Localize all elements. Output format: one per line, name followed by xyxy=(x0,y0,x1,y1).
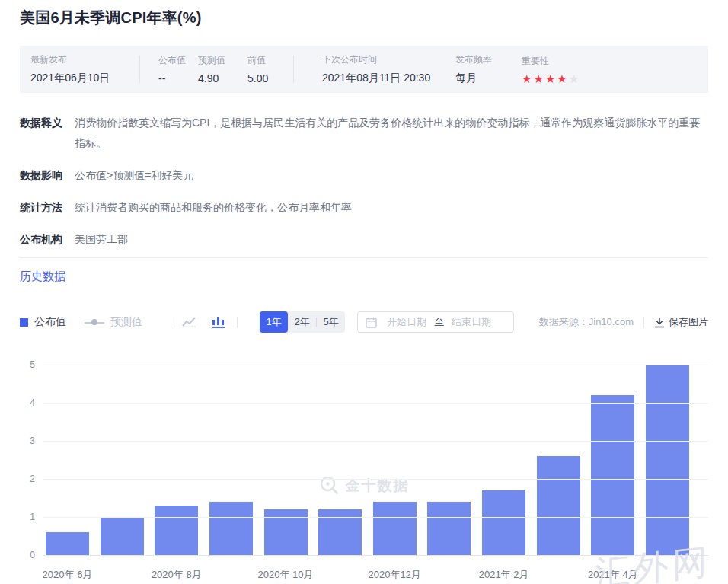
star-icon: ★ xyxy=(545,73,555,85)
bar-chart-icon[interactable] xyxy=(210,314,227,330)
definition-label: 数据释义 xyxy=(20,113,64,154)
summary-bar: 最新发布 2021年06月10日 公布值 -- 预测值 4.90 前值 5.00… xyxy=(20,46,708,93)
gridline-y0 xyxy=(43,555,708,556)
published-legend-label: 公布值 xyxy=(34,315,66,329)
previous-label: 前值 xyxy=(247,54,293,67)
forecast-legend-label: 预测值 xyxy=(110,315,142,329)
star-icon: ★ xyxy=(533,73,543,85)
bar-2020年8月[interactable] xyxy=(155,506,198,555)
gridline-y4 xyxy=(43,403,708,404)
summary-importance: 重要性 ★★★★★ xyxy=(522,55,708,85)
bar-2021年2月[interactable] xyxy=(482,490,525,555)
forecast-value: 4.90 xyxy=(198,72,247,85)
page-title: 美国6月未季调CPI年率(%) xyxy=(20,8,202,28)
bar-2020年12月[interactable] xyxy=(373,502,417,555)
detail-row-agency: 公布机构 美国劳工部 xyxy=(20,229,708,250)
y-axis-tick: 2 xyxy=(20,474,35,484)
frequency-label: 发布频率 xyxy=(455,53,522,66)
calendar-icon xyxy=(366,317,377,328)
next-release-label: 下次公布时间 xyxy=(322,53,455,66)
x-axis-tick: 2021年 4月 xyxy=(588,568,638,582)
x-axis-tick: 2020年 10月 xyxy=(258,568,314,582)
bar-2020年7月[interactable] xyxy=(101,517,144,555)
method-label: 统计方法 xyxy=(20,197,64,218)
bar-2020年10月[interactable] xyxy=(264,509,308,555)
gridline-y3 xyxy=(43,441,708,442)
importance-label: 重要性 xyxy=(522,55,708,68)
date-separator: 至 xyxy=(434,315,444,329)
range-tab-2年[interactable]: 2年 xyxy=(288,311,316,333)
frequency-value: 每月 xyxy=(455,72,522,85)
published-legend-marker xyxy=(20,318,28,327)
star-icon: ★ xyxy=(569,73,579,85)
y-axis-tick: 3 xyxy=(20,436,35,446)
controls-divider xyxy=(171,317,171,328)
latest-release-label: 最新发布 xyxy=(30,53,139,66)
history-chart: 金十数据 汇外网 5432102020年 6月2020年 8月2020年 10月… xyxy=(20,349,708,584)
previous-value: 5.00 xyxy=(247,72,293,85)
chart-type-switch xyxy=(181,314,227,330)
download-icon xyxy=(654,317,665,328)
impact-label: 数据影响 xyxy=(20,165,64,186)
save-image-button[interactable]: 保存图片 xyxy=(654,315,708,329)
save-image-label: 保存图片 xyxy=(669,315,708,329)
bar-2021年3月[interactable] xyxy=(537,456,580,555)
x-axis-tick: 2020年 8月 xyxy=(152,568,202,582)
method-content: 统计消费者购买的商品和服务的价格变化，公布月率和年率 xyxy=(75,197,352,218)
bar-2020年11月[interactable] xyxy=(318,509,362,555)
section-divider xyxy=(20,257,708,258)
agency-label: 公布机构 xyxy=(20,229,64,250)
line-chart-icon[interactable] xyxy=(181,314,198,330)
gridline-y2 xyxy=(43,479,708,480)
range-tabs: 1年2年5年 xyxy=(260,311,345,333)
summary-published: 公布值 -- xyxy=(140,54,198,85)
impact-content: 公布值>预测值=利好美元 xyxy=(75,165,193,186)
y-axis-tick: 1 xyxy=(20,512,35,522)
bar-2021年1月[interactable] xyxy=(427,502,471,555)
bar-2021年4月[interactable] xyxy=(591,395,634,555)
bar-2021年5月[interactable] xyxy=(646,365,689,555)
star-icon: ★ xyxy=(522,73,532,85)
end-date-input[interactable]: 结束日期 xyxy=(452,315,491,329)
definition-content: 消费物价指数英文缩写为CPI，是根据与居民生活有关的产品及劳务价格统计出来的物价… xyxy=(75,113,707,154)
published-value: -- xyxy=(158,72,198,85)
detail-section: 数据释义 消费物价指数英文缩写为CPI，是根据与居民生活有关的产品及劳务价格统计… xyxy=(20,113,708,261)
next-release-value: 2021年08月11日 20:30 xyxy=(322,72,455,85)
summary-previous: 前值 5.00 xyxy=(247,54,293,85)
history-data-link[interactable]: 历史数据 xyxy=(20,270,65,284)
gridline-y1 xyxy=(43,517,708,518)
y-axis-tick: 0 xyxy=(20,550,35,560)
controls-divider xyxy=(237,317,238,328)
y-axis-tick: 5 xyxy=(20,359,35,370)
summary-forecast: 预测值 4.90 xyxy=(198,54,247,85)
star-icon: ★ xyxy=(557,73,567,85)
range-tab-5年[interactable]: 5年 xyxy=(317,311,345,333)
bar-2020年9月[interactable] xyxy=(209,502,253,555)
data-source-text: 数据来源：Jin10.com xyxy=(539,315,634,329)
chart-controls: 公布值 预测值 1年2年5年 开始日期 至 结束日期 数据来源：Jin10.co… xyxy=(20,311,708,333)
summary-latest-release: 最新发布 2021年06月10日 xyxy=(20,53,139,85)
summary-next-release: 下次公布时间 2021年08月11日 20:30 xyxy=(294,53,455,85)
legend-forecast[interactable]: 预测值 xyxy=(85,315,142,329)
x-axis-tick: 2021年 2月 xyxy=(479,568,529,582)
agency-content: 美国劳工部 xyxy=(75,229,128,250)
detail-row-definition: 数据释义 消费物价指数英文缩写为CPI，是根据与居民生活有关的产品及劳务价格统计… xyxy=(20,113,708,154)
start-date-input[interactable]: 开始日期 xyxy=(387,315,426,329)
latest-release-value: 2021年06月10日 xyxy=(30,72,139,85)
controls-right: 数据来源：Jin10.com 保存图片 xyxy=(539,315,708,329)
bar-2020年6月[interactable] xyxy=(46,532,89,555)
forecast-legend-marker xyxy=(85,319,104,326)
x-axis-tick: 2020年12月 xyxy=(369,568,421,582)
date-range-picker[interactable]: 开始日期 至 结束日期 xyxy=(357,311,514,333)
gridline-y5 xyxy=(43,365,708,365)
importance-stars: ★★★★★ xyxy=(522,73,708,85)
range-tab-1年[interactable]: 1年 xyxy=(260,311,288,333)
published-label: 公布值 xyxy=(158,54,198,67)
legend-published[interactable]: 公布值 xyxy=(20,315,66,329)
summary-frequency: 发布频率 每月 xyxy=(455,53,522,85)
detail-row-impact: 数据影响 公布值>预测值=利好美元 xyxy=(20,165,708,186)
detail-row-method: 统计方法 统计消费者购买的商品和服务的价格变化，公布月率和年率 xyxy=(20,197,708,218)
forecast-label: 预测值 xyxy=(198,54,247,67)
y-axis-tick: 4 xyxy=(20,397,35,408)
chart-plot-area xyxy=(46,365,689,555)
